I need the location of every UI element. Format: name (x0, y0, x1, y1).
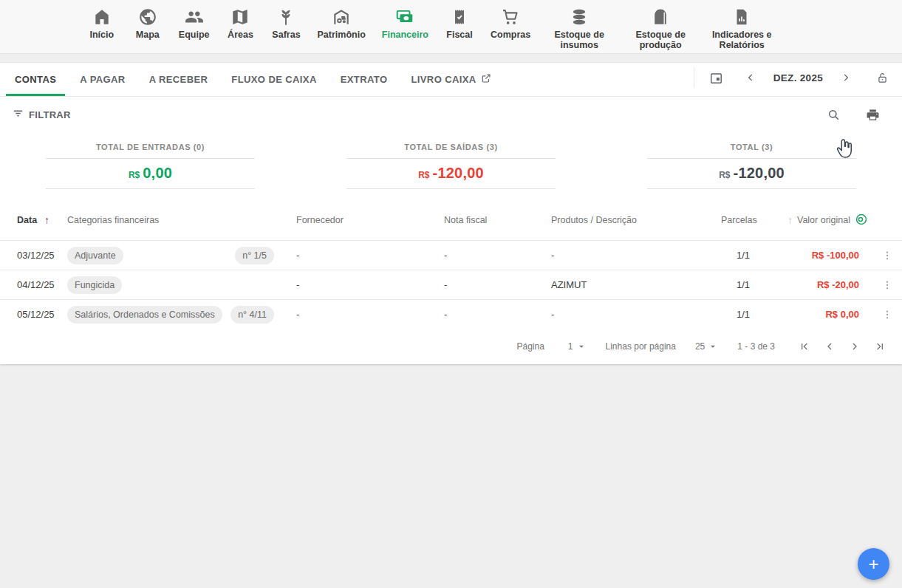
cell-installments: 1/1 (721, 250, 754, 261)
period-controls: DEZ. 2025 (694, 67, 902, 88)
cell-category: Salários, Ordenados e Comissões n° 4/11 (67, 306, 296, 324)
nav-item-patrimonio[interactable]: Patrimônio (317, 6, 365, 40)
cell-installments: 1/1 (721, 279, 754, 290)
summary-card-entradas: TOTAL DE ENTRADAS (0) R$0,00 (46, 143, 255, 200)
column-header-parcelas[interactable]: Parcelas (721, 215, 754, 225)
chevron-right-icon[interactable] (838, 69, 854, 86)
summary-title: TOTAL DE SAÍDAS (3) (346, 143, 556, 151)
plus-icon: + (868, 555, 878, 573)
period-label[interactable]: DEZ. 2025 (762, 72, 835, 83)
cell-supplier: - (296, 309, 444, 320)
cell-installments: 1/1 (721, 309, 754, 320)
tabs-row: CONTAS A PAGAR A RECEBER FLUXO DE CAIXA … (0, 63, 902, 97)
cell-category: Adjuvante n° 1/5 (67, 247, 296, 264)
unlock-icon[interactable] (873, 69, 892, 87)
map-icon (230, 6, 250, 28)
nav-item-label: Estoque de insumos (547, 30, 612, 50)
calendar-button[interactable] (706, 68, 726, 88)
nav-item-compras[interactable]: Compras (491, 6, 530, 40)
table-row[interactable]: 04/12/25 Fungicida - - AZIMUT 1/1 R$ -20… (0, 270, 902, 299)
table-row[interactable]: 03/12/25 Adjuvante n° 1/5 - - - 1/1 R$ -… (0, 240, 902, 270)
filter-icon (12, 107, 24, 122)
coin-icon[interactable] (855, 213, 868, 228)
column-header-valor[interactable]: ↑ Valor original (754, 213, 872, 228)
nav-item-label: Equipe (179, 30, 210, 40)
tab-label: FLUXO DE CAIXA (231, 74, 316, 85)
tabs: CONTAS A PAGAR A RECEBER FLUXO DE CAIXA … (0, 63, 694, 96)
category-chip: Fungicida (67, 276, 122, 294)
search-icon[interactable] (824, 105, 844, 125)
tab-extrato[interactable]: EXTRATO (332, 63, 397, 96)
add-entry-fab[interactable]: + (858, 548, 889, 580)
row-menu-kebab-icon[interactable] (878, 306, 896, 324)
nav-item-estoque-producao[interactable]: Estoque de produção (628, 6, 693, 50)
rows-per-page-select[interactable]: 25 (695, 341, 717, 352)
column-header-data[interactable]: Data ↑ (17, 214, 67, 226)
tab-a-pagar[interactable]: A PAGAR (71, 63, 134, 96)
table-row[interactable]: 05/12/25 Salários, Ordenados e Comissões… (0, 299, 902, 329)
cell-invoice: - (444, 279, 551, 290)
cell-supplier: - (296, 250, 444, 261)
cell-invoice: - (444, 309, 551, 320)
summary-value: R$-120,00 (346, 158, 556, 189)
print-icon[interactable] (863, 105, 883, 125)
row-menu-kebab-icon[interactable] (878, 276, 896, 294)
money-icon (394, 6, 415, 28)
nav-item-estoque-insumos[interactable]: Estoque de insumos (547, 6, 612, 50)
sort-ascending-icon[interactable]: ↑ (44, 214, 49, 226)
nav-item-label: Áreas (228, 30, 253, 40)
cell-value: R$ -20,00 (754, 279, 872, 290)
summary-card-total: TOTAL (3) R$-120,00 (647, 143, 856, 200)
cell-date: 03/12/25 (17, 250, 67, 261)
column-header-categorias[interactable]: Categorias financeiras (67, 215, 296, 225)
summary-title: TOTAL DE ENTRADAS (0) (46, 143, 255, 151)
filter-label: FILTRAR (29, 109, 71, 120)
receipt-icon (450, 6, 469, 28)
nav-item-financeiro[interactable]: Financeiro (382, 6, 428, 40)
previous-page-icon[interactable] (821, 338, 838, 355)
currency-prefix: R$ (719, 170, 730, 180)
tab-a-receber[interactable]: A RECEBER (140, 63, 217, 96)
globe-icon (138, 6, 157, 28)
chevron-left-icon[interactable] (742, 69, 759, 86)
rows-per-page-label: Linhas por página (606, 341, 676, 352)
filter-button[interactable]: FILTRAR (12, 107, 71, 122)
toolbar-icons (824, 105, 892, 125)
column-header-nota-fiscal[interactable]: Nota fiscal (444, 215, 551, 225)
column-header-fornecedor[interactable]: Fornecedor (296, 215, 444, 225)
row-menu-kebab-icon[interactable] (878, 247, 896, 264)
tab-label: CONTAS (15, 74, 56, 85)
people-icon (185, 6, 204, 28)
tab-livro-caixa[interactable]: LIVRO CAIXA (402, 63, 499, 96)
nav-item-inicio[interactable]: Início (87, 6, 117, 40)
next-page-icon[interactable] (846, 338, 864, 355)
nav-item-areas[interactable]: Áreas (225, 6, 255, 40)
first-page-icon[interactable] (796, 338, 813, 355)
cell-products: - (551, 309, 721, 320)
page-label: Página (516, 341, 544, 352)
column-header-produtos[interactable]: Produtos / Descrição (551, 215, 721, 225)
category-chip: Adjuvante (67, 247, 123, 264)
cell-supplier: - (296, 279, 444, 290)
page-select[interactable]: 1 (568, 341, 585, 352)
tab-label: A PAGAR (80, 74, 125, 85)
summary-value: R$-120,00 (647, 158, 856, 189)
tab-fluxo-de-caixa[interactable]: FLUXO DE CAIXA (222, 63, 325, 96)
coins-stack-icon (570, 6, 589, 28)
currency-prefix: R$ (418, 170, 429, 180)
pagination-bar: Página 1 Linhas por página 25 1 - 3 de 3 (0, 329, 902, 363)
nav-item-mapa[interactable]: Mapa (133, 6, 163, 40)
last-page-icon[interactable] (871, 338, 889, 355)
cell-value: R$ -100,00 (754, 250, 872, 261)
nav-item-equipe[interactable]: Equipe (179, 6, 210, 40)
nav-item-label: Compras (491, 30, 530, 40)
silo-icon (651, 6, 670, 28)
report-chart-icon (732, 6, 751, 28)
wheat-icon (276, 6, 295, 28)
tab-contas[interactable]: CONTAS (6, 63, 65, 96)
table-header: Data ↑ Categorias financeiras Fornecedor… (0, 200, 902, 240)
nav-item-fiscal[interactable]: Fiscal (445, 6, 474, 40)
nav-item-safras[interactable]: Safras (271, 6, 301, 40)
filter-row: FILTRAR (0, 97, 902, 132)
nav-item-indicadores[interactable]: Indicadores e Relatórios (709, 6, 774, 50)
